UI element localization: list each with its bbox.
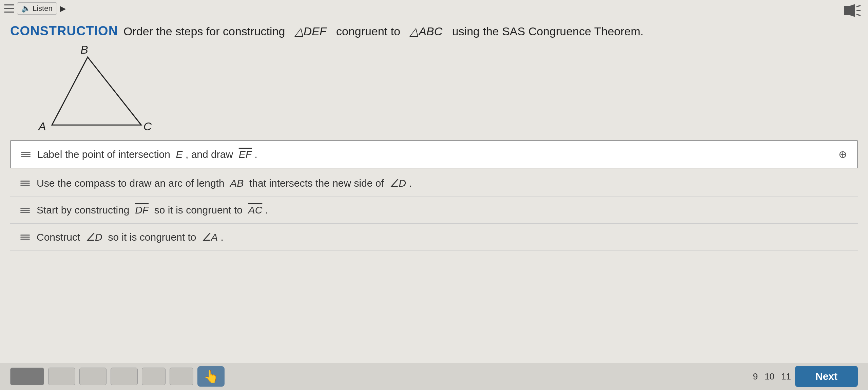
triangle-abc: △ABC (410, 25, 442, 38)
next-button[interactable]: Next (795, 366, 858, 387)
finger-cursor: 👆 (197, 366, 225, 387)
step-row-4[interactable]: Construct ∠D so it is congruent to ∠A . (10, 224, 858, 251)
step-2-text: Use the compass to draw an arc of length… (37, 177, 848, 189)
drag-handle-4[interactable] (20, 235, 30, 240)
nav-btn-4[interactable] (142, 368, 166, 385)
page-9[interactable]: 9 (753, 371, 758, 382)
listen-label: Listen (33, 4, 53, 13)
volume-top-icon[interactable] (844, 3, 861, 20)
nav-btn-prev-dark[interactable] (10, 368, 44, 385)
top-bar: 🔈 Listen ▶ (0, 0, 868, 17)
svg-marker-5 (52, 57, 141, 125)
construction-label: CONSTRUCTION (10, 24, 118, 38)
nav-btn-1[interactable] (48, 368, 75, 385)
triangle-diagram: B A C (31, 45, 166, 133)
using-theorem: using the SAS Congruence Theorem. (452, 25, 644, 38)
top-bar-controls: 🔈 Listen ▶ (4, 2, 66, 15)
drag-handle-3[interactable] (20, 208, 30, 213)
drag-handle-2[interactable] (20, 181, 30, 186)
steps-container: Label the point of intersection E , and … (10, 140, 858, 251)
vertex-b-label: B (80, 45, 88, 56)
step-4-text: Construct ∠D so it is congruent to ∠A . (37, 231, 848, 243)
crosshair-icon: ⊕ (838, 148, 847, 160)
step-1-text: Label the point of intersection E , and … (37, 149, 825, 160)
page-11[interactable]: 11 (781, 371, 791, 382)
nav-btn-2[interactable] (79, 368, 107, 385)
step-3-text: Start by constructing DF so it is congru… (37, 204, 848, 216)
nav-btn-3[interactable] (111, 368, 138, 385)
svg-line-2 (856, 5, 861, 7)
main-content: CONSTRUCTION Order the steps for constru… (0, 17, 868, 258)
congruent-to: congruent to (336, 25, 400, 38)
step-row-3[interactable]: Start by constructing DF so it is congru… (10, 197, 858, 224)
page-10[interactable]: 10 (765, 371, 774, 382)
listen-button[interactable]: 🔈 Listen (17, 2, 57, 15)
menu-icon[interactable] (4, 4, 14, 13)
step-row-2[interactable]: Use the compass to draw an arc of length… (10, 170, 858, 197)
svg-line-4 (856, 14, 861, 16)
triangle-def: △DEF (295, 25, 327, 38)
play-button[interactable]: ▶ (60, 4, 66, 13)
title-row: CONSTRUCTION Order the steps for constru… (10, 24, 858, 38)
drag-handle-1[interactable] (21, 152, 31, 157)
page-numbers: 9 10 11 (753, 371, 791, 382)
vertex-c-label: C (143, 120, 152, 133)
step-row-1[interactable]: Label the point of intersection E , and … (10, 140, 858, 168)
svg-rect-0 (844, 6, 849, 15)
title-order: Order the steps for constructing (123, 25, 285, 38)
title-text: Order the steps for constructing △DEF co… (123, 24, 643, 38)
svg-marker-1 (849, 4, 855, 17)
volume-icon: 🔈 (21, 4, 31, 13)
nav-btn-5[interactable] (170, 368, 193, 385)
vertex-a-label: A (38, 120, 46, 133)
bottom-nav: 👆 9 10 11 Next (0, 363, 868, 390)
